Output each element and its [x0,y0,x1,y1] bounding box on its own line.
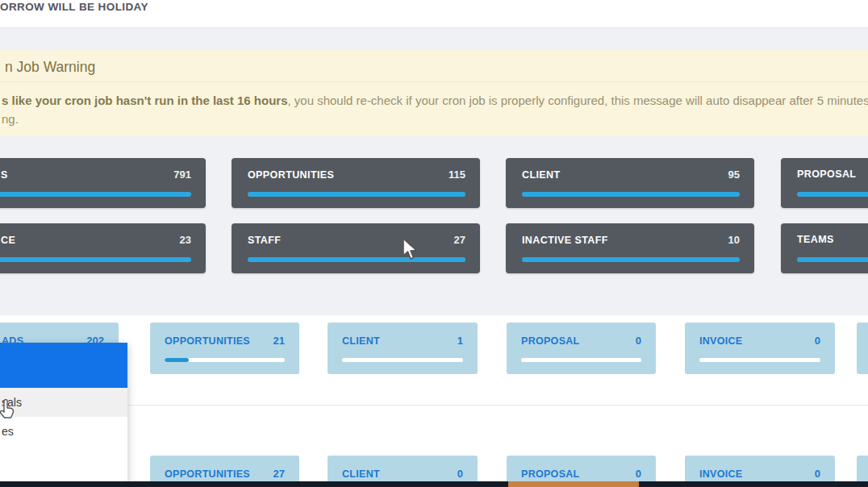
summary-card-opportunities[interactable]: OPPORTUNITIES21 [150,323,299,374]
summary-label: PROPOSAL [521,468,580,480]
progress-track [342,358,463,362]
stat-label: S [1,169,8,181]
banner-divider [0,81,868,82]
summary-card-client[interactable]: CLIENT1 [328,323,478,374]
dropdown-selected-item[interactable] [0,343,127,388]
progress-fill [248,257,465,262]
summary-value: 27 [273,468,285,480]
progress-track [0,257,191,262]
stat-card-inactive-staff[interactable]: INACTIVE STAFF10 [506,223,754,273]
summary-label: INVOICE [699,335,743,347]
announcement-text: ORROW WILL BE HOLIDAY [0,1,148,13]
progress-fill [0,192,191,197]
summary-label: INVOICE [699,468,743,480]
progress-fill [0,257,191,262]
summary-value: 0 [815,335,820,347]
summary-value: 1 [457,335,463,347]
progress-track [522,192,740,197]
progress-fill [797,192,868,197]
summary-value: 0 [457,468,463,480]
section-divider [0,405,868,406]
stat-card-client[interactable]: CLIENT95 [506,158,754,208]
stat-card-invoice[interactable]: CE23 [0,223,206,273]
warning-message-line2: ng. [2,112,19,126]
summary-label: OPPORTUNITIES [165,468,250,480]
stat-label: CLIENT [522,169,561,181]
progress-fill [165,358,189,362]
stat-value: 791 [173,169,191,181]
summary-label: OPPORTUNITIES [165,335,250,347]
stat-value: 23 [180,234,191,246]
summary-label: PROPOSAL [521,335,580,347]
stat-value: 115 [449,169,465,181]
progress-track [522,257,740,262]
cron-job-warning-banner: n Job Warning s like your cron job hasn'… [0,50,868,135]
summary-label: CLIENT [342,335,380,347]
context-dropdown-menu: sals es [0,343,127,487]
mouse-cursor-icon [400,237,418,261]
progress-track [521,358,641,362]
summary-card-invoice[interactable]: INVOICE0 [685,323,835,374]
progress-track [699,358,820,362]
summary-value: 0 [636,468,641,480]
progress-track [165,358,285,362]
stat-value: 10 [728,234,740,246]
warning-message-bold: s like your cron job hasn't run in the l… [2,94,287,107]
progress-fill [248,192,465,197]
stat-label: INACTIVE STAFF [522,235,608,246]
stat-card-staff[interactable]: STAFF27 [232,223,480,273]
progress-fill [522,257,740,262]
warning-message: s like your cron job hasn't run in the l… [2,94,868,107]
dropdown-item-label: es [2,425,14,438]
stat-value: 27 [454,234,465,246]
bottom-bar-orange-segment [508,481,639,487]
warning-message-rest: , you should re-check if your cron job i… [287,94,868,107]
summary-value: 21 [273,335,285,347]
stat-card-teams[interactable]: TEAMS [781,223,868,273]
hand-cursor-icon [0,399,15,420]
bottom-bar [0,481,868,487]
dashboard-page: ORROW WILL BE HOLIDAY n Job Warning s li… [0,0,868,487]
progress-track [797,257,868,262]
stat-label: PROPOSAL [797,169,856,180]
summary-card-partial[interactable] [857,323,868,374]
summary-card-proposal[interactable]: PROPOSAL0 [507,323,656,374]
stat-card-proposal[interactable]: PROPOSAL [781,158,868,208]
summary-label: CLIENT [342,468,380,480]
progress-track [248,192,465,197]
progress-fill [797,257,868,262]
progress-track [248,257,465,262]
stat-card-opportunities[interactable]: OPPORTUNITIES115 [232,158,480,208]
stat-card-leads[interactable]: S791 [0,158,206,208]
stat-label: OPPORTUNITIES [248,169,334,181]
stat-label: STAFF [248,235,281,246]
stat-label: CE [1,235,15,246]
stat-value: 95 [728,169,740,181]
dropdown-item-estimates[interactable]: es [0,417,127,446]
warning-title: n Job Warning [5,59,95,76]
progress-track [0,192,191,197]
summary-value: 0 [815,468,820,480]
stat-label: TEAMS [797,234,834,245]
dropdown-item-proposals[interactable]: sals [0,388,127,417]
progress-fill [522,192,740,197]
progress-track [797,192,868,197]
summary-value: 0 [636,335,641,347]
